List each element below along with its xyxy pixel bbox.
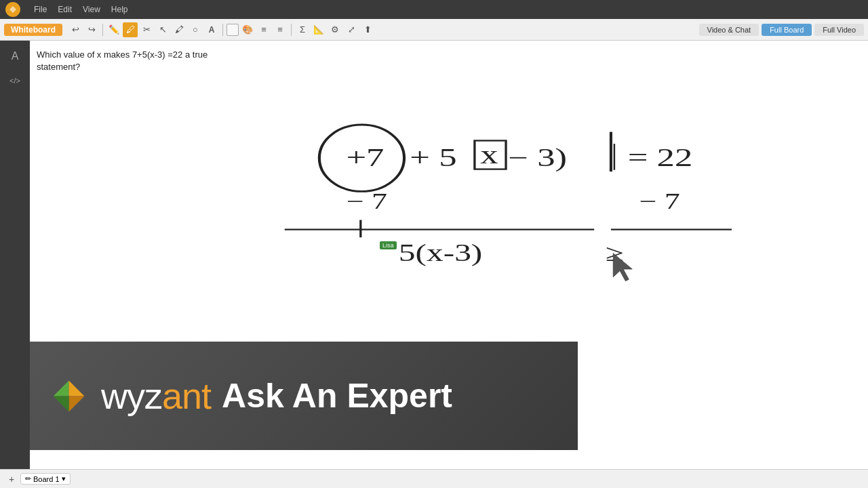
svg-text:x: x: [480, 141, 498, 169]
full-board-button[interactable]: Full Board: [762, 24, 812, 36]
separator-1: [102, 24, 103, 36]
highlight-button[interactable]: 🖍: [172, 22, 186, 37]
sidebar-icon-code[interactable]: </>: [5, 70, 25, 91]
add-board-button[interactable]: +: [5, 473, 18, 485]
brush-tool-button[interactable]: 🖊: [123, 22, 138, 37]
redo-button[interactable]: ↪: [84, 22, 99, 37]
main-area: A </> Which value of x makes 7+5(x-3) =2…: [0, 41, 868, 469]
full-video-button[interactable]: Full Video: [814, 24, 864, 36]
canvas-area[interactable]: Which value of x makes 7+5(x-3) =22 a tr…: [30, 41, 868, 469]
svg-marker-19: [54, 380, 69, 396]
svg-marker-21: [69, 396, 85, 411]
board-tab-label: Board 1: [33, 475, 60, 483]
svg-text:= 22: = 22: [628, 143, 693, 171]
eraser-button[interactable]: ✂: [139, 22, 154, 37]
settings-button[interactable]: ⚙: [328, 22, 342, 37]
svg-text:+ 5: + 5: [410, 143, 456, 171]
bottom-bar: + ✏ Board 1 ▾: [0, 469, 868, 488]
line-weight-button[interactable]: ≡: [273, 22, 288, 37]
separator-2: [222, 24, 223, 36]
whiteboard-tab[interactable]: Whiteboard: [4, 24, 62, 36]
top-right-buttons: Video & Chat Full Board Full Video: [699, 24, 864, 36]
graph-button[interactable]: 📐: [311, 22, 326, 37]
pen-tool-button[interactable]: ✏️: [106, 22, 121, 37]
color-fill-button[interactable]: [226, 24, 239, 36]
upload-button[interactable]: ⬆: [360, 22, 375, 37]
pointer-button[interactable]: ↖: [155, 22, 170, 37]
text-button[interactable]: A: [204, 22, 219, 37]
svg-text:− 7: − 7: [346, 189, 387, 214]
bottom-banner: wyzant Ask An Expert: [30, 342, 578, 450]
board-tab-chevron: ▾: [62, 474, 66, 483]
svg-text:− 3): − 3): [508, 143, 567, 171]
menu-help[interactable]: Help: [111, 5, 128, 14]
menu-view[interactable]: View: [83, 5, 100, 14]
color-picker-button[interactable]: 🎨: [240, 22, 255, 37]
line-style-button[interactable]: ≡: [256, 22, 271, 37]
wyzant-brand-text: wyzant: [101, 375, 211, 417]
separator-3: [291, 24, 292, 36]
board-tab-1[interactable]: ✏ Board 1 ▾: [20, 473, 71, 485]
cursor-tooltip: Lisa: [380, 241, 397, 249]
svg-text:5(x-3): 5(x-3): [399, 240, 483, 266]
toolbar: Whiteboard ↩ ↪ ✏️ 🖊 ✂ ↖ 🖍 ○ A 🎨 ≡ ≡ Σ 📐 …: [0, 19, 868, 41]
ask-expert-text: Ask An Expert: [222, 376, 452, 415]
svg-text:+7: +7: [346, 143, 384, 171]
undo-button[interactable]: ↩: [68, 22, 83, 37]
shape-button[interactable]: ○: [188, 22, 203, 37]
svg-text:− 7: − 7: [639, 189, 680, 214]
sidebar-icon-person[interactable]: A: [5, 46, 25, 66]
wyzant-diamond-logo: [50, 378, 87, 415]
board-pencil-icon: ✏: [25, 474, 31, 483]
menu-edit[interactable]: Edit: [58, 5, 72, 14]
svg-marker-20: [69, 380, 85, 396]
video-chat-button[interactable]: Video & Chat: [699, 24, 760, 36]
left-sidebar: A </>: [0, 41, 30, 469]
app-logo: [5, 2, 20, 17]
sigma-button[interactable]: Σ: [295, 22, 310, 37]
svg-marker-22: [54, 396, 69, 411]
import-button[interactable]: ⤢: [344, 22, 359, 37]
menu-bar: File Edit View Help: [0, 0, 868, 19]
menu-file[interactable]: File: [34, 5, 47, 14]
